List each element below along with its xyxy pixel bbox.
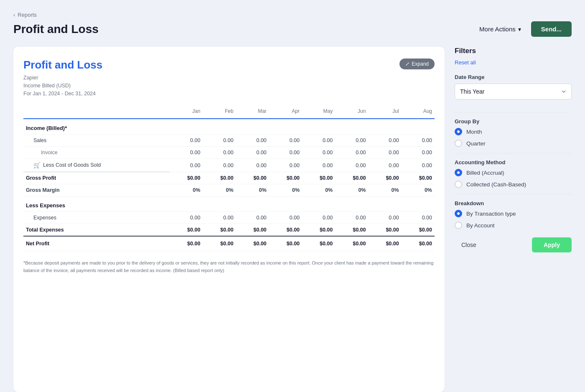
breakdown-transaction-item[interactable]: By Transaction type — [455, 210, 572, 217]
col-header-may: May — [302, 106, 335, 119]
send-button[interactable]: Send... — [531, 21, 572, 37]
expand-button[interactable]: ⤢ Expand — [399, 59, 435, 69]
gross-margin-jun: 0% — [335, 184, 368, 196]
group-by-month-radio[interactable] — [455, 128, 462, 135]
main-content: Profit and Loss Zapier Income Billed (US… — [13, 47, 572, 392]
breakdown-radio-group: By Transaction type By Account — [455, 210, 572, 229]
page-title: Profit and Loss — [13, 23, 99, 36]
breadcrumb: ‹ Reports — [13, 12, 572, 18]
accounting-collected-radio[interactable] — [455, 181, 462, 188]
expenses-row: Expenses 0.00 0.00 0.00 0.00 0.00 0.00 0… — [23, 212, 435, 224]
total-expenses-mar: $0.00 — [236, 224, 269, 237]
breakdown-account-label: By Account — [466, 222, 495, 229]
total-expenses-may: $0.00 — [302, 224, 335, 237]
total-expenses-jan: $0.00 — [170, 224, 203, 237]
cogs-may: 0.00 — [302, 159, 335, 172]
gross-margin-aug: 0% — [402, 184, 435, 196]
cogs-aug: 0.00 — [402, 159, 435, 172]
company-name: Zapier — [23, 75, 38, 81]
close-button[interactable]: Close — [455, 237, 483, 252]
sales-mar: 0.00 — [236, 135, 269, 147]
invoice-jul: 0.00 — [368, 147, 401, 159]
expenses-may: 0.00 — [302, 212, 335, 224]
reset-all-link[interactable]: Reset all — [455, 59, 476, 66]
group-by-quarter-item[interactable]: Quarter — [455, 140, 572, 147]
sales-apr: 0.00 — [269, 135, 302, 147]
total-expenses-apr: $0.00 — [269, 224, 302, 237]
group-by-quarter-label: Quarter — [466, 140, 486, 147]
group-by-radio-group: Month Quarter — [455, 128, 572, 147]
income-billed-header-cell: Income (Billed)* — [23, 119, 435, 135]
apply-button[interactable]: Apply — [532, 237, 572, 252]
income-billed-header-row: Income (Billed)* — [23, 119, 435, 135]
cogs-label-text: Less Cost of Goods Sold — [43, 162, 101, 168]
accounting-billed-item[interactable]: Billed (Accrual) — [455, 169, 572, 176]
breakdown-account-radio[interactable] — [455, 221, 462, 229]
sales-jan: 0.00 — [170, 135, 203, 147]
gross-profit-row: Gross Profit $0.00 $0.00 $0.00 $0.00 $0.… — [23, 172, 435, 184]
header-actions: More Actions ▾ Send... — [474, 21, 572, 37]
cogs-jun: 0.00 — [335, 159, 368, 172]
accounting-billed-label: Billed (Accrual) — [466, 170, 504, 176]
expand-label: Expand — [412, 61, 429, 67]
invoice-feb: 0.00 — [203, 147, 236, 159]
accounting-billed-radio[interactable] — [455, 169, 462, 176]
expenses-label: Expenses — [23, 212, 170, 224]
gross-margin-mar: 0% — [236, 184, 269, 196]
sales-jun: 0.00 — [335, 135, 368, 147]
accounting-collected-label: Collected (Cash-Based) — [466, 181, 526, 188]
date-range-label: Date Range — [455, 74, 572, 80]
divider-accounting — [455, 153, 572, 153]
total-expenses-label: Total Expenses — [23, 224, 170, 237]
gross-profit-mar: $0.00 — [236, 172, 269, 184]
cogs-mar: 0.00 — [236, 159, 269, 172]
sales-row: Sales 0.00 0.00 0.00 0.00 0.00 0.00 0.00… — [23, 135, 435, 147]
gross-profit-jan: $0.00 — [170, 172, 203, 184]
sales-label: Sales — [23, 135, 170, 147]
expenses-mar: 0.00 — [236, 212, 269, 224]
expenses-jul: 0.00 — [368, 212, 401, 224]
table-header-row: Jan Feb Mar Apr May Jun Jul Aug — [23, 106, 435, 119]
expand-arrow-icon: ⤢ — [405, 61, 410, 67]
breakdown-transaction-label: By Transaction type — [466, 211, 516, 217]
breakdown-transaction-radio[interactable] — [455, 210, 462, 217]
net-profit-may: $0.00 — [302, 236, 335, 251]
divider-breakdown — [455, 194, 572, 194]
cogs-label: 🛒 Less Cost of Goods Sold — [23, 159, 170, 172]
breakdown-account-item[interactable]: By Account — [455, 221, 572, 229]
report-subtitle: Zapier Income Billed (USD) For Jan 1, 20… — [23, 74, 435, 97]
invoice-aug: 0.00 — [402, 147, 435, 159]
col-header-label — [23, 106, 170, 119]
date-range-select[interactable]: This Year Last Year This Quarter Last Qu… — [455, 84, 572, 99]
net-profit-apr: $0.00 — [269, 236, 302, 251]
col-header-jan: Jan — [170, 106, 203, 119]
col-header-aug: Aug — [402, 106, 435, 119]
expenses-apr: 0.00 — [269, 212, 302, 224]
total-expenses-row: Total Expenses $0.00 $0.00 $0.00 $0.00 $… — [23, 224, 435, 237]
total-expenses-jul: $0.00 — [368, 224, 401, 237]
report-currency: Income Billed (USD) — [23, 83, 71, 89]
sales-feb: 0.00 — [203, 135, 236, 147]
group-by-month-item[interactable]: Month — [455, 128, 572, 135]
more-actions-button[interactable]: More Actions ▾ — [474, 22, 526, 36]
col-header-feb: Feb — [203, 106, 236, 119]
gross-margin-may: 0% — [302, 184, 335, 196]
gross-margin-label: Gross Margin — [23, 184, 170, 196]
group-by-label: Group By — [455, 118, 572, 125]
filters-panel: Filters Reset all Date Range This Year L… — [455, 47, 572, 392]
filter-actions: Close Apply — [455, 237, 572, 252]
net-profit-jun: $0.00 — [335, 236, 368, 251]
cogs-icon: 🛒 — [33, 162, 41, 168]
invoice-may: 0.00 — [302, 147, 335, 159]
invoice-label: Invoice — [23, 147, 170, 159]
report-table: Jan Feb Mar Apr May Jun Jul Aug Income (… — [23, 106, 435, 251]
accounting-collected-item[interactable]: Collected (Cash-Based) — [455, 181, 572, 188]
gross-margin-feb: 0% — [203, 184, 236, 196]
group-by-quarter-radio[interactable] — [455, 140, 462, 147]
sales-may: 0.00 — [302, 135, 335, 147]
net-profit-jan: $0.00 — [170, 236, 203, 251]
accounting-method-radio-group: Billed (Accrual) Collected (Cash-Based) — [455, 169, 572, 188]
less-expenses-header-row: Less Expenses — [23, 196, 435, 212]
breadcrumb-reports-link[interactable]: Reports — [18, 12, 37, 18]
invoice-mar: 0.00 — [236, 147, 269, 159]
